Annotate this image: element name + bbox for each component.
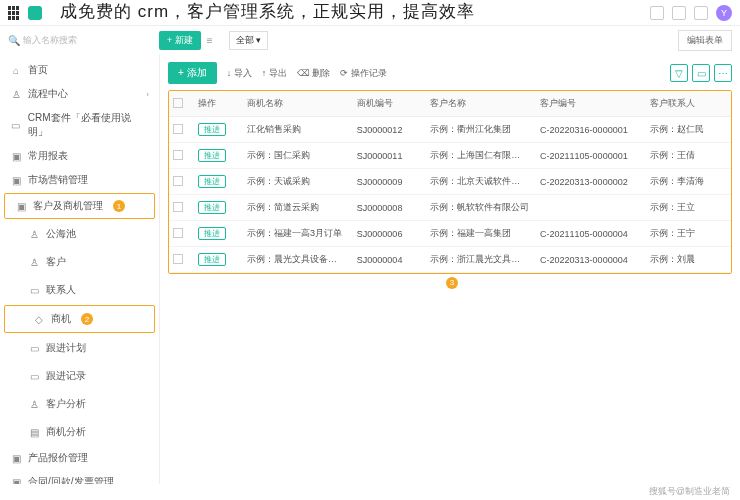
sidebar-item[interactable]: ♙流程中心› (0, 82, 159, 106)
push-button[interactable]: 推进 (198, 227, 226, 240)
col-header: 客户编号 (536, 91, 646, 117)
checkbox[interactable] (173, 124, 183, 134)
sidebar-item[interactable]: ◇商机2 (4, 305, 155, 333)
table-row[interactable]: 推进示例：国仁采购SJ0000011示例：上海国仁有限…C-20211105-0… (169, 143, 731, 169)
push-button[interactable]: 推进 (198, 201, 226, 214)
sidebar-item[interactable]: ▤商机分析 (0, 418, 159, 446)
col-header: 商机编号 (353, 91, 426, 117)
push-button[interactable]: 推进 (198, 149, 226, 162)
sidebar-item[interactable]: ▭联系人 (0, 276, 159, 304)
table-row[interactable]: 推进江化销售采购SJ0000012示例：衢州江化集团C-20220316-000… (169, 117, 731, 143)
checkbox[interactable] (173, 228, 183, 238)
sidebar-item[interactable]: ▭CRM套件「必看使用说明」 (0, 106, 159, 144)
list-icon[interactable]: ≡ (207, 35, 213, 46)
checkbox[interactable] (173, 176, 183, 186)
sidebar-item[interactable]: ♙公海池 (0, 220, 159, 248)
sidebar-item[interactable]: ▭跟进计划 (0, 334, 159, 362)
filter-all-tab[interactable]: 全部 ▾ (229, 31, 269, 50)
sidebar-item[interactable]: ▣产品报价管理 (0, 446, 159, 470)
sidebar-item[interactable]: ♙客户 (0, 248, 159, 276)
sidebar-item[interactable]: ▭跟进记录 (0, 362, 159, 390)
table-row[interactable]: 推进示例：晨光文具设备…SJ0000004示例：浙江晨光文具…C-2022031… (169, 247, 731, 273)
new-button[interactable]: + 新建 (159, 31, 201, 50)
sidebar-item[interactable]: ▣合同/回款/发票管理 (0, 470, 159, 484)
table-row[interactable]: 推进示例：简道云采购SJ0000008示例：帆软软件有限公司示例：王立 (169, 195, 731, 221)
checkbox[interactable] (173, 150, 183, 160)
export-button[interactable]: ↑ 导出 (262, 67, 287, 80)
ad-tagline: 成免费的 crm，客户管理系统，正规实用，提高效率 (60, 0, 475, 23)
column-icon[interactable]: ▭ (692, 64, 710, 82)
col-header: 操作 (194, 91, 243, 117)
data-table: 操作商机名称商机编号客户名称客户编号客户联系人 推进江化销售采购SJ000001… (168, 90, 732, 274)
bell-icon[interactable] (672, 6, 686, 20)
search-input[interactable]: 输入名称搜索 (8, 34, 153, 47)
edit-form-button[interactable]: 编辑表单 (678, 30, 732, 51)
push-button[interactable]: 推进 (198, 253, 226, 266)
sidebar-item[interactable]: ▣常用报表 (0, 144, 159, 168)
add-button[interactable]: + 添加 (168, 62, 217, 84)
watermark: 搜狐号@制造业老简 (649, 485, 730, 498)
push-button[interactable]: 推进 (198, 123, 226, 136)
delete-button[interactable]: ⌫ 删除 (297, 67, 331, 80)
log-button[interactable]: ⟳ 操作记录 (340, 67, 387, 80)
filter-icon[interactable]: ▽ (670, 64, 688, 82)
table-row[interactable]: 推进示例：天诚采购SJ0000009示例：北京天诚软件…C-20220313-0… (169, 169, 731, 195)
sidebar-item[interactable]: ⌂首页 (0, 58, 159, 82)
app-logo (28, 6, 42, 20)
callout-3: 3 (446, 277, 458, 289)
col-header: 客户联系人 (646, 91, 731, 117)
apps-icon[interactable] (8, 6, 22, 20)
sidebar-item[interactable]: ♙客户分析 (0, 390, 159, 418)
gear-icon[interactable] (694, 6, 708, 20)
push-button[interactable]: 推进 (198, 175, 226, 188)
sidebar: ⌂首页♙流程中心›▭CRM套件「必看使用说明」▣常用报表▣市场营销管理▣客户及商… (0, 54, 160, 484)
help-icon[interactable] (650, 6, 664, 20)
sidebar-item[interactable]: ▣市场营销管理 (0, 168, 159, 192)
col-header (169, 91, 194, 117)
more-icon[interactable]: ⋯ (714, 64, 732, 82)
avatar[interactable]: Y (716, 5, 732, 21)
import-button[interactable]: ↓ 导入 (227, 67, 252, 80)
sidebar-item[interactable]: ▣客户及商机管理1 (4, 193, 155, 219)
checkbox[interactable] (173, 254, 183, 264)
col-header: 商机名称 (243, 91, 353, 117)
col-header: 客户名称 (426, 91, 536, 117)
table-row[interactable]: 推进示例：福建一高3月订单SJ0000006示例：福建一高集团C-2021110… (169, 221, 731, 247)
checkbox[interactable] (173, 202, 183, 212)
